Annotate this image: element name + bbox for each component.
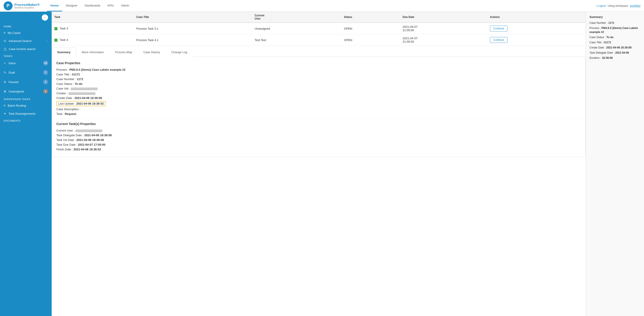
prop-task: Task : Request	[56, 112, 581, 116]
top-navigation: P ProcessMaker® Workflow Simplified Home…	[0, 0, 644, 12]
prop-current-user-blurred	[76, 129, 102, 132]
back-button[interactable]: ←	[42, 14, 48, 21]
sidebar-item-unassigned[interactable]: ⊕ Unassigned 0	[0, 87, 52, 96]
row2-continue-button[interactable]: Continue	[490, 37, 508, 43]
prop-case-uid: Case Uid :	[56, 87, 581, 90]
workspace-name[interactable]: workflow	[630, 4, 640, 7]
right-summary-panel: Summary Case Number : 1171 Process : PM3…	[586, 12, 644, 316]
tabs-container: Summary More Information Process Map Cas…	[52, 47, 586, 57]
app-subtitle: Workflow Simplified	[14, 6, 40, 9]
col-status: Status	[341, 12, 400, 23]
prop-case-status: Case Status : To do	[56, 82, 581, 85]
col-current-user: CurrentUser	[252, 12, 341, 23]
summary-task-delegate: Task Delegate Date : 2021-04-06	[590, 51, 640, 55]
advanced-search-icon: ⊙	[4, 39, 6, 43]
summary-create-date-label: Create Date :	[590, 46, 606, 49]
workspace-prefix: Using workspace	[608, 4, 628, 7]
summary-create-date: Create Date : 2021-04-06 18:36:08	[590, 45, 640, 50]
summary-case-number-label: Case Number :	[590, 21, 608, 24]
prop-task-due: Task Due Date : 2021-04-07 17:00:00	[56, 143, 581, 146]
logo-icon: P	[4, 1, 12, 10]
sidebar-item-task-reassignments[interactable]: ✦ Task Reassignments	[0, 109, 52, 118]
prop-current-user: Current User :	[56, 129, 581, 132]
row2-case-title: Process Task 4.1	[134, 34, 252, 46]
logo-area: P ProcessMaker® Workflow Simplified	[4, 1, 40, 10]
row2-current-user: Test Test	[252, 34, 341, 46]
sidebar-back-area: ←	[0, 12, 52, 23]
my-cases-icon: ≡	[4, 31, 6, 34]
summary-task-delegate-value: 2021-04-06	[615, 51, 629, 54]
summary-duration-value: 18:36:08	[602, 56, 612, 59]
row2-actions: Continue	[487, 34, 586, 46]
nav-admin[interactable]: Admin	[118, 0, 133, 11]
paused-badge: 1	[43, 79, 48, 84]
prop-create-date: Create Date : 2021-04-06 18:36:08	[56, 96, 581, 100]
tab-summary[interactable]: Summary	[52, 47, 76, 57]
prop-creator-blurred	[68, 92, 96, 95]
summary-process: Process : PM3.6.0 (Demo) Case Labels exa…	[590, 26, 640, 34]
summary-create-date-value: 2021-04-06 18:36:08	[606, 46, 632, 49]
summary-case-title-label: Case Title :	[590, 41, 603, 44]
nav-kpis[interactable]: KPIs	[104, 0, 117, 11]
sidebar-item-batch-routing[interactable]: ≡ Batch Routing	[0, 101, 52, 109]
row2-status: OPEN	[341, 34, 400, 46]
my-cases-label: My Cases	[8, 31, 48, 34]
case-properties-title: Case Properties	[56, 61, 581, 65]
prop-process-value: PM3.6.0 (Demo) Case Labels example #2	[70, 68, 126, 71]
task-indicator-green-2	[54, 39, 58, 42]
summary-case-number: Case Number : 1171	[590, 21, 640, 25]
logout-link[interactable]: Logout	[598, 4, 606, 7]
sidebar-item-advanced-search[interactable]: ⊙ Advanced Search →	[0, 37, 52, 45]
inbox-label: Inbox	[8, 61, 41, 65]
unassigned-icon: ⊕	[4, 89, 6, 93]
center-panel: Task Case Title CurrentUser Status Due D…	[52, 12, 586, 316]
row1-status: OPEN	[341, 23, 400, 34]
prop-finish-date: Finish Date : 2021-04-06 18:36:52	[56, 148, 581, 151]
nav-designer[interactable]: Designer	[62, 0, 81, 11]
tab-process-map[interactable]: Process Map	[110, 47, 138, 57]
row1-case-title: Process Task 3.1	[134, 23, 252, 34]
summary-duration-label: Duration :	[590, 56, 601, 59]
sidebar: ← HOME ≡ My Cases ⊙ Advanced Search → ◫ …	[0, 12, 52, 316]
sidebar-item-my-cases[interactable]: ≡ My Cases	[0, 29, 52, 37]
row1-continue-button[interactable]: Continue	[490, 25, 508, 31]
prop-case-number-value: 1171	[77, 77, 83, 81]
nav-links: Home Designer Dashboards KPIs Admin	[47, 0, 133, 11]
nav-dashboards[interactable]: Dashboards	[81, 0, 104, 11]
prop-case-title-value: #1171	[72, 73, 80, 76]
inbox-icon: ✓	[4, 61, 6, 65]
sidebar-item-case-archive[interactable]: ◫ Case Archive search	[0, 45, 52, 53]
section-home-label: HOME	[0, 23, 52, 29]
section-tasks-label: TASKS	[0, 53, 52, 58]
prop-last-update-highlighted: Last Update : 2021-04-06 18:36:52	[56, 101, 106, 106]
row1-actions: Continue	[487, 23, 586, 34]
summary-case-title-value: #1171	[604, 41, 611, 44]
summary-case-status-label: Case Status :	[590, 36, 606, 39]
table-row: Task 4 Process Task 4.1 Test Test OPEN 2…	[52, 34, 586, 46]
sidebar-item-paused[interactable]: ⊘ Paused 1	[0, 77, 52, 87]
row1-current-user: Unassigned	[252, 23, 341, 34]
tasks-table: Task Case Title CurrentUser Status Due D…	[52, 12, 586, 46]
prop-case-number: Case Number : 1171	[56, 77, 581, 81]
prop-finish-date-value: 2021-04-06 18:36:52	[74, 148, 101, 151]
summary-panel-title: Summary	[590, 15, 640, 19]
sidebar-item-draft[interactable]: ✎ Draft 7	[0, 68, 52, 77]
summary-case-status-value: To do	[606, 36, 614, 39]
prop-create-date-value: 2021-04-06 18:36:08	[74, 96, 102, 100]
sidebar-item-inbox[interactable]: ✓ Inbox 13	[0, 58, 52, 68]
prop-case-title: Case Title : #1171	[56, 73, 581, 76]
unassigned-badge: 0	[43, 89, 48, 94]
tab-case-history[interactable]: Case History	[138, 47, 166, 57]
app-title: ProcessMaker®	[14, 3, 40, 6]
paused-label: Paused	[8, 80, 41, 84]
nav-home[interactable]: Home	[47, 0, 62, 11]
prop-task-init: Task Init Date : 2021-04-06 18:36:08	[56, 138, 581, 142]
workspace-label: | Logout	[596, 4, 606, 7]
tab-change-log[interactable]: Change Log	[166, 47, 193, 57]
section-documents-label: DOCUMENTS	[0, 118, 52, 123]
advanced-search-arrow: →	[45, 39, 48, 42]
tab-more-information[interactable]: More Information	[76, 47, 109, 57]
prop-task-delegate: Task Delegate Date : 2021-04-06 18:36:08	[56, 134, 581, 137]
prop-last-update: Last Update : 2021-04-06 18:36:52	[56, 101, 581, 106]
case-archive-label: Case Archive search	[9, 47, 48, 51]
